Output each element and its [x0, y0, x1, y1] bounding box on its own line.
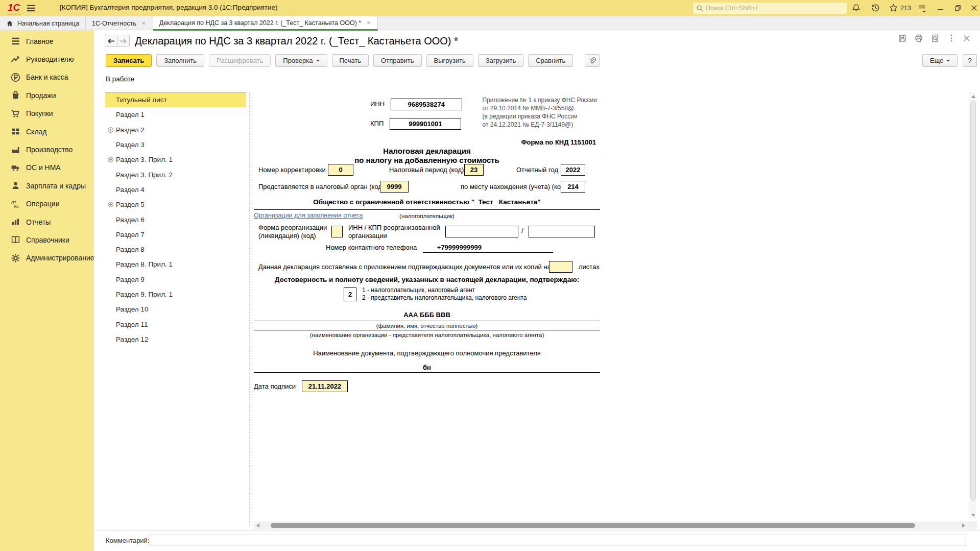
- taxpayer-caption: (налогоплательщик): [254, 213, 600, 219]
- sidebar-item-справочники[interactable]: Справочники: [0, 231, 94, 249]
- scroll-right-icon[interactable]: [962, 523, 965, 528]
- import-button[interactable]: Загрузить: [478, 54, 523, 67]
- close-form-button[interactable]: [962, 34, 971, 43]
- global-search-input[interactable]: [706, 5, 833, 12]
- cart-icon: [11, 109, 20, 118]
- close-app-button[interactable]: [970, 4, 978, 12]
- send-button[interactable]: Отправить: [373, 54, 421, 67]
- sign-date-field[interactable]: 21.11.2022: [302, 380, 348, 392]
- section-item-3[interactable]: Раздел 3: [105, 137, 246, 152]
- global-search[interactable]: [693, 3, 847, 14]
- period-field[interactable]: 23: [464, 164, 484, 176]
- sidebar-item-производство[interactable]: Производство: [0, 140, 94, 158]
- help-button[interactable]: ?: [963, 54, 976, 67]
- expand-icon[interactable]: [107, 156, 114, 163]
- status-link[interactable]: В работе: [106, 75, 134, 83]
- scroll-up-icon[interactable]: [971, 95, 975, 98]
- preview-icon-button[interactable]: [930, 34, 940, 43]
- signer-code-field[interactable]: 2: [344, 288, 356, 301]
- sidebar-item-ос-и-нма[interactable]: ОС и НМА: [0, 159, 94, 177]
- section-item-9[interactable]: Раздел 7: [105, 227, 246, 242]
- save-icon-button[interactable]: [898, 34, 907, 43]
- section-item-16[interactable]: Раздел 12: [105, 332, 246, 347]
- vertical-scroll-thumb[interactable]: [970, 101, 976, 501]
- tab-close-icon[interactable]: ×: [366, 19, 371, 27]
- sidebar-item-покупки[interactable]: Покупки: [0, 105, 94, 123]
- comment-input[interactable]: [149, 535, 966, 545]
- print-icon-button[interactable]: [914, 34, 923, 43]
- scroll-left-icon[interactable]: [256, 523, 259, 528]
- section-item-11[interactable]: Раздел 8. Прил. 1: [105, 257, 246, 272]
- fill-button[interactable]: Заполнить: [156, 54, 204, 67]
- tab-1c-reporting[interactable]: 1С-Отчетность ×: [86, 16, 153, 30]
- section-item-0[interactable]: Титульный лист: [105, 92, 246, 107]
- section-item-6[interactable]: Раздел 4: [105, 182, 246, 197]
- attach-sheets-field[interactable]: [549, 261, 572, 273]
- scroll-down-icon[interactable]: [971, 514, 975, 517]
- sidebar: ГлавноеРуководителюБанк и кассаПродажиПо…: [0, 30, 94, 551]
- write-button[interactable]: Записать: [106, 54, 152, 67]
- inn-field[interactable]: 9689538274: [391, 99, 462, 110]
- reorg-inn-field[interactable]: [445, 226, 518, 237]
- sidebar-item-продажи[interactable]: Продажи: [0, 86, 94, 104]
- tab-vat-declaration[interactable]: Декларация по НДС за 3 квартал 2022 г. (…: [153, 16, 378, 31]
- phone-field[interactable]: +79999999999: [423, 244, 553, 253]
- section-item-1[interactable]: Раздел 1: [105, 107, 246, 122]
- sidebar-item-зарплата-и-кадры[interactable]: Зарплата и кадры: [0, 177, 94, 195]
- export-button[interactable]: Выгрузить: [426, 54, 473, 67]
- section-item-8[interactable]: Раздел 6: [105, 212, 246, 227]
- more-button[interactable]: Еще: [922, 54, 958, 67]
- compare-button[interactable]: Сравнить: [528, 54, 573, 67]
- favorites-icon[interactable]: [889, 4, 898, 12]
- section-item-13[interactable]: Раздел 9. Прил. 1: [105, 287, 246, 302]
- section-item-2[interactable]: Раздел 2: [105, 123, 246, 137]
- section-item-15[interactable]: Раздел 11: [105, 317, 246, 331]
- section-item-12[interactable]: Раздел 9: [105, 272, 246, 287]
- kebab-menu-button[interactable]: [947, 34, 956, 43]
- notifications-icon[interactable]: [852, 4, 861, 12]
- section-item-5[interactable]: Раздел 3. Прил. 2: [105, 167, 246, 182]
- reorg-code-field[interactable]: [331, 226, 343, 237]
- search-icon: [696, 5, 703, 12]
- sidebar-item-label: Покупки: [26, 109, 53, 117]
- sidebar-item-отчеты[interactable]: Отчеты: [0, 213, 94, 231]
- panel-splitter[interactable]: [249, 92, 250, 525]
- tab-close-icon[interactable]: ×: [141, 19, 147, 27]
- history-icon[interactable]: [871, 4, 880, 12]
- print-button[interactable]: Печать: [332, 54, 369, 67]
- location-label: по месту нахождения (учета) (код): [461, 183, 567, 190]
- attachments-button[interactable]: [585, 54, 600, 67]
- sidebar-item-руководителю[interactable]: Руководителю: [0, 50, 94, 68]
- kpp-field[interactable]: 999901001: [390, 118, 461, 130]
- sidebar-item-label: ОС и НМА: [26, 163, 61, 172]
- sidebar-item-операции[interactable]: ДтКтОперации: [0, 195, 94, 213]
- section-item-7[interactable]: Раздел 5: [105, 197, 246, 212]
- sidebar-item-главное[interactable]: Главное: [0, 32, 94, 50]
- expand-icon[interactable]: [107, 201, 114, 208]
- restore-button[interactable]: [953, 4, 962, 12]
- expand-icon[interactable]: [107, 127, 114, 133]
- year-field[interactable]: 2022: [561, 164, 585, 176]
- section-item-14[interactable]: Раздел 10: [105, 302, 246, 317]
- authority-field[interactable]: 9999: [380, 181, 409, 193]
- main-menu-icon[interactable]: [27, 4, 35, 12]
- check-button[interactable]: Проверка: [275, 54, 327, 67]
- reorg-kpp-field[interactable]: [529, 226, 595, 237]
- back-button[interactable]: [105, 35, 117, 47]
- sidebar-item-склад[interactable]: Склад: [0, 123, 94, 140]
- minimize-button[interactable]: [936, 4, 945, 12]
- tab-home[interactable]: Начальная страница: [0, 16, 86, 30]
- sidebar-item-администрирование[interactable]: Администрирование: [0, 249, 94, 267]
- sidebar-item-банк-и-касса[interactable]: Банк и касса: [0, 68, 94, 86]
- section-item-4[interactable]: Раздел 3. Прил. 1: [105, 152, 246, 167]
- vertical-scrollbar[interactable]: [969, 92, 976, 519]
- horizontal-scrollbar[interactable]: [254, 521, 968, 530]
- correction-field[interactable]: 0: [328, 164, 353, 176]
- fio-value: ААА БББ ВВВ: [254, 311, 600, 319]
- sidebar-item-label: Склад: [26, 128, 47, 136]
- section-item-10[interactable]: Раздел 8: [105, 242, 246, 257]
- location-field[interactable]: 214: [561, 181, 585, 193]
- forward-button[interactable]: [117, 35, 130, 47]
- knd-label: Форма по КНД 1151001: [521, 138, 596, 146]
- horizontal-scroll-thumb[interactable]: [271, 523, 915, 528]
